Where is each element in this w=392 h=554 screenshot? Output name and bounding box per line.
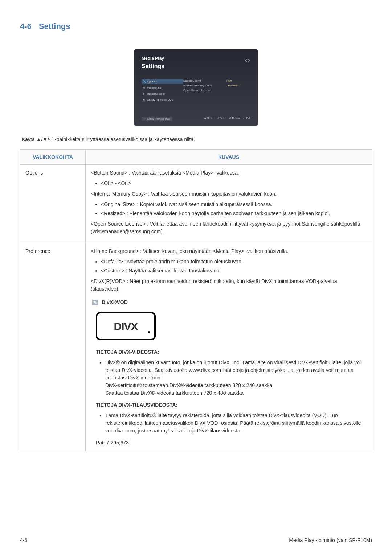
- sc-opt-label: Internal Memory Copy: [183, 84, 212, 87]
- remove-icon: ✖: [143, 98, 146, 102]
- sc-hint-return: ↺ Return: [229, 117, 240, 119]
- sc-menu-options: 🔧Options: [142, 79, 183, 84]
- footer-section: 4-6: [20, 537, 27, 543]
- para: <Open Source License> : Voit lähettää av…: [91, 220, 367, 235]
- sc-opt-value: : On: [226, 79, 238, 82]
- para: <DivX(R)VOD> : Näet projektorin sertifio…: [91, 278, 367, 293]
- sc-options-values: : On : Resized: [226, 79, 238, 104]
- arrow-icons: ▲/▼/⏎: [36, 136, 54, 142]
- settings-screenshot: Media Play Settings ⬭ 🔧Options ✉Preferen…: [134, 49, 258, 126]
- list-item: <Custom> : Näyttää valitsemasi kuvan tau…: [101, 267, 367, 275]
- sc-menu-removeusb: ✖Safely Remove USB: [142, 98, 183, 102]
- sc-options-labels: Button Sound Internal Memory Copy Open S…: [183, 79, 212, 104]
- sc-opt-value: : Resized: [226, 84, 238, 87]
- update-icon: ⬆: [143, 92, 146, 95]
- pref-icon: ✉: [143, 86, 146, 89]
- section-title: Settings: [39, 22, 70, 31]
- para: <Button Sound> : Vaihtaa ääniasetuksia <…: [91, 169, 367, 177]
- footer-title: Media Play -toiminto (vain SP-F10M): [289, 537, 372, 543]
- page-footer: 4-6 Media Play -toiminto (vain SP-F10M): [20, 537, 372, 543]
- th-kuvaus: KUVAUS: [86, 150, 372, 165]
- divx-logo: DIVX: [96, 312, 156, 340]
- sc-menu-label: Preference: [147, 86, 161, 89]
- sc-bottom-left: ⬚ Safely Remove USB: [142, 117, 172, 121]
- usb-icon: ⬭: [245, 57, 250, 63]
- row-name-preference: Preference: [20, 243, 86, 451]
- list-item: DivX® on digitaalinen kuvamuoto, jonka o…: [105, 359, 367, 397]
- row-desc-options: <Button Sound> : Vaihtaa ääniasetuksia <…: [86, 165, 372, 243]
- table-row: Preference <Home Background> : Valitsee …: [20, 243, 372, 451]
- th-valikkokohta: VALIKKOKOHTA: [20, 150, 86, 165]
- section-number: 4-6: [20, 22, 32, 31]
- list-item: <Default> : Näyttää projektorin mukana t…: [101, 258, 367, 266]
- intro-text: Käytä ▲/▼/⏎ -painikkeita siirryttäessä a…: [22, 136, 372, 142]
- sc-menu: 🔧Options ✉Preference ⬆Update/Reset ✖Safe…: [142, 79, 183, 104]
- intro-pre: Käytä: [22, 136, 36, 142]
- subhead: TIETOJA DIVX-VIDEOSTA:: [96, 348, 367, 356]
- table-row: Options <Button Sound> : Vaihtaa ääniase…: [20, 165, 372, 243]
- divx-logo-text: DIVX: [114, 318, 138, 335]
- sc-menu-preference: ✉Preference: [142, 85, 183, 90]
- list-item: <Resized> : Pienentää valokuvien koon nä…: [101, 210, 367, 217]
- list-item: <Original Size> : Kopioi valokuvat sisäi…: [101, 201, 367, 208]
- info-row: ✎ DivX®VOD: [92, 299, 367, 306]
- sc-opt-label: Open Source License: [183, 89, 212, 92]
- description-table: VALIKKOKOHTA KUVAUS Options <Button Soun…: [20, 149, 372, 451]
- patent-text: Pat. 7,295,673: [96, 439, 367, 447]
- sc-menu-label: Options: [147, 80, 157, 83]
- sc-menu-label: Update/Reset: [147, 92, 165, 95]
- list-item: <Off> - <On>: [101, 180, 367, 187]
- para: <Home Background> : Valitsee kuvan, joka…: [91, 247, 367, 255]
- sc-menu-label: Safely Remove USB: [147, 98, 173, 102]
- list-item: Tämä DivX-sertifioitu® laite täytyy reki…: [105, 412, 367, 435]
- info-label: DivX®VOD: [102, 299, 128, 306]
- para: <Internal Memory Copy> : Vaihtaa sisäise…: [91, 190, 367, 198]
- row-name-options: Options: [20, 165, 86, 243]
- row-desc-preference: <Home Background> : Valitsee kuvan, joka…: [86, 243, 372, 451]
- sc-hint-enter: ⏎ Enter: [217, 117, 226, 119]
- info-icon: ✎: [92, 300, 98, 305]
- sc-hint-exit: ↩ Exit: [243, 117, 250, 119]
- sc-menu-update: ⬆Update/Reset: [142, 91, 183, 96]
- sc-bottom-right: ◆ Move ⏎ Enter ↺ Return ↩ Exit: [201, 117, 250, 121]
- sc-opt-label: Button Sound: [183, 79, 212, 82]
- gear-icon: 🔧: [143, 80, 146, 83]
- sc-title-mediaplay: Media Play: [142, 56, 250, 61]
- sc-hint-move: ◆ Move: [204, 117, 213, 119]
- sc-title-settings: Settings: [142, 63, 250, 70]
- logo-dot: [148, 331, 150, 333]
- section-header: 4-6 Settings: [20, 22, 372, 31]
- subhead: TIETOJA DIVX-TILAUSVIDEOSTA:: [96, 401, 367, 409]
- intro-post: -painikkeita siirryttäessä asetusvalikoi…: [53, 136, 195, 142]
